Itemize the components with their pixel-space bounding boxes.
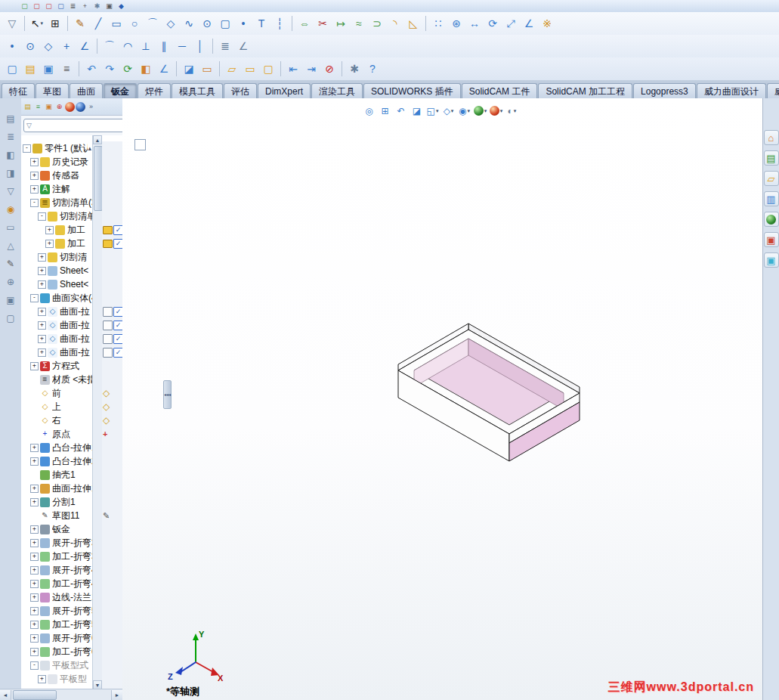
- note-icon[interactable]: ▭: [198, 60, 216, 78]
- options-icon[interactable]: ✱: [345, 60, 363, 78]
- no-rebuild-icon[interactable]: ⊘: [320, 60, 338, 78]
- expand-toggle[interactable]: +: [30, 457, 39, 466]
- polygon-icon[interactable]: ◇: [162, 14, 180, 33]
- select-icon[interactable]: ↖▾: [28, 14, 46, 33]
- ellipse-icon[interactable]: ⊙: [198, 14, 216, 33]
- tree-item-Sheet<[interactable]: +Sheet<: [21, 277, 92, 291]
- tree-item-钣金[interactable]: +钣金: [21, 522, 92, 536]
- tree-item-曲面-拉[interactable]: +◇曲面-拉: [21, 318, 92, 332]
- tree-item-展开-折弯3[interactable]: +展开-折弯3: [21, 536, 92, 550]
- collapse-panel-icon[interactable]: ◨: [3, 165, 19, 181]
- scroll-left-button[interactable]: ◄: [0, 690, 11, 700]
- snap-quadrant-icon[interactable]: ◇: [39, 37, 57, 55]
- filter-input[interactable]: [33, 121, 136, 131]
- file-open-icon[interactable]: ▤: [21, 60, 39, 78]
- tree-item-切割清单[interactable]: -切割清单: [21, 209, 92, 223]
- tree-item-抽壳1[interactable]: 抽壳1: [21, 468, 92, 482]
- box-tool-icon[interactable]: ▣: [104, 2, 114, 11]
- convert-entities-icon[interactable]: ⊃: [368, 14, 386, 33]
- tab-SolidCAM 加工工程[interactable]: SolidCAM 加工工程: [538, 83, 632, 98]
- displaymanager-icon[interactable]: [65, 102, 75, 112]
- expand-toggle[interactable]: +: [38, 675, 46, 683]
- snap-tangent-icon[interactable]: ◠: [119, 37, 137, 55]
- tree-item-曲面-拉[interactable]: +◇曲面-拉: [21, 332, 92, 345]
- tree-item-加工-折弯3[interactable]: +加工-折弯3: [21, 550, 92, 563]
- tree-item-tags[interactable]: ✓: [103, 347, 122, 358]
- checkbox-tag-icon[interactable]: ✓: [113, 334, 122, 344]
- tab-特征[interactable]: 特征: [2, 83, 35, 98]
- flyout-expand-icon[interactable]: »: [86, 102, 96, 112]
- flat-view-icon[interactable]: ▭: [3, 219, 19, 235]
- expand-toggle[interactable]: +: [30, 593, 39, 602]
- tab-草图[interactable]: 草图: [36, 83, 69, 98]
- snap-angle-icon[interactable]: ∠: [76, 37, 94, 55]
- tray-model[interactable]: [398, 324, 580, 461]
- checkbox-tag-icon[interactable]: ✓: [113, 307, 122, 317]
- tree-item-加工-折弯6[interactable]: +加工-折弯6: [21, 645, 92, 658]
- snap-horizontal-icon[interactable]: ─: [173, 37, 191, 55]
- display-pane-toggle-icon[interactable]: ◧: [3, 147, 19, 163]
- align-right-icon[interactable]: ⇥: [302, 60, 320, 78]
- tree-item-前[interactable]: ◇前: [21, 386, 92, 400]
- expand-toggle[interactable]: +: [30, 444, 39, 452]
- grid-icon[interactable]: ≣: [216, 37, 234, 55]
- checkbox-tag-icon[interactable]: ✓: [113, 225, 122, 235]
- expand-toggle[interactable]: +: [45, 240, 54, 248]
- tree-item-tags[interactable]: ✓: [103, 238, 122, 249]
- circular-pattern-icon[interactable]: ⊛: [447, 14, 465, 33]
- file-new-icon[interactable]: ▢: [3, 60, 21, 78]
- tree-item-加工[interactable]: +加工: [21, 223, 92, 237]
- expand-toggle[interactable]: +: [38, 335, 46, 343]
- snap-intersection-icon[interactable]: +: [57, 37, 76, 55]
- pane-box-icon[interactable]: ▣: [3, 292, 19, 308]
- surface-body-tag-icon[interactable]: [103, 307, 113, 317]
- hidden-items-icon[interactable]: ≣: [3, 129, 19, 144]
- snap-point-icon[interactable]: •: [3, 37, 21, 55]
- box-select-icon[interactable]: ⊞: [46, 14, 64, 33]
- custom-properties-icon[interactable]: ▣: [764, 232, 779, 247]
- selection-filter-icon[interactable]: ▽: [3, 14, 21, 33]
- snap-center-icon[interactable]: ⊙: [21, 37, 39, 55]
- tree-item-方程式[interactable]: +Σ方程式: [21, 359, 92, 373]
- quick-snaps-icon[interactable]: ※: [538, 14, 556, 33]
- plane-tag-icon[interactable]: ◇: [103, 389, 110, 398]
- chamfer-sketch-icon[interactable]: ◺: [404, 14, 422, 33]
- tree-item-tags[interactable]: ✓: [103, 333, 122, 344]
- tree-item-上[interactable]: ◇上: [21, 400, 92, 413]
- surface-body-tag-icon[interactable]: [103, 334, 113, 344]
- tree-item-原点[interactable]: +原点: [21, 427, 92, 441]
- circle-icon[interactable]: ○: [125, 14, 144, 33]
- doc-green-icon[interactable]: ▢: [20, 2, 29, 11]
- tree-item-凸台-拉伸2[interactable]: +凸台-拉伸2: [21, 454, 92, 468]
- tree-vertical-scrollbar[interactable]: ▲ ▼: [92, 135, 102, 689]
- tree-item-历史记录[interactable]: +历史记录: [21, 155, 92, 169]
- tree-item-Sheet<[interactable]: +Sheet<: [21, 264, 92, 277]
- expand-toggle[interactable]: +: [30, 580, 39, 588]
- doc-blue-icon[interactable]: ▢: [56, 2, 66, 11]
- tree-item-tags[interactable]: ✓: [103, 225, 122, 235]
- line-icon[interactable]: ╱: [89, 14, 107, 33]
- tab-钣金[interactable]: 钣金: [104, 83, 137, 98]
- undo-icon[interactable]: ↶: [82, 60, 100, 78]
- expand-toggle[interactable]: +: [30, 648, 39, 656]
- tree-item-tags[interactable]: ✎: [103, 510, 110, 521]
- tree-item-tags[interactable]: ◇: [103, 388, 110, 398]
- fillet-sketch-icon[interactable]: ◝: [386, 14, 404, 33]
- tab-威[interactable]: 威: [767, 83, 779, 98]
- align-left-icon[interactable]: ⇤: [284, 60, 302, 78]
- corner-rectangle-icon[interactable]: ▭: [107, 14, 125, 33]
- tree-item-分割1[interactable]: +分割1: [21, 495, 92, 509]
- tab-曲面[interactable]: 曲面: [70, 83, 103, 98]
- dimxpertmanager-icon[interactable]: ⊕: [54, 102, 64, 112]
- tree-item-右[interactable]: ◇右: [21, 413, 92, 427]
- model-canvas[interactable]: Y X Z: [122, 98, 763, 700]
- filter-tool-icon[interactable]: ▽: [3, 183, 19, 199]
- view-palette-icon[interactable]: ▥: [764, 191, 779, 206]
- expand-toggle[interactable]: +: [30, 158, 39, 166]
- window-tile-icon[interactable]: ▭: [241, 60, 259, 78]
- tree-item-切割清单(3[interactable]: -≣切割清单(3: [21, 196, 92, 209]
- spline-icon[interactable]: ∿: [180, 14, 198, 33]
- hscroll-thumb[interactable]: [13, 690, 57, 700]
- expand-toggle[interactable]: -: [23, 144, 31, 153]
- tree-item-tags[interactable]: ◇: [103, 415, 110, 426]
